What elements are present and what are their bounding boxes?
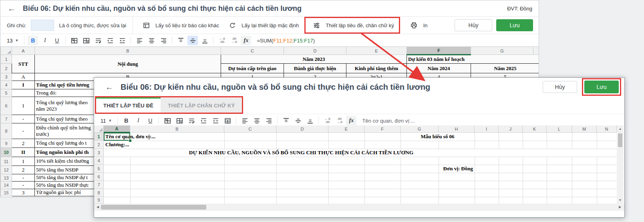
cell-e2[interactable]: Kinh phí tăng thêm	[346, 64, 407, 73]
valign-top-icon[interactable]	[281, 116, 291, 125]
bg-stt-cell[interactable]: -	[12, 182, 35, 189]
bg-row-header-3[interactable]: 3	[1, 73, 12, 81]
fg-column-header-N[interactable]: N	[597, 125, 617, 133]
cell-d2[interactable]: Đánh giá thực hiện	[284, 64, 346, 73]
cell-c2[interactable]: Dự toán cấp trên giao	[221, 64, 284, 73]
valign-middle-icon[interactable]	[293, 116, 303, 125]
bg-stt-cell[interactable]: -	[12, 123, 35, 139]
bold-button[interactable]: B	[121, 116, 131, 125]
split-cells-icon[interactable]	[174, 116, 185, 125]
cell-noi-dung[interactable]: Nội dung	[35, 55, 221, 73]
bg-column-header-C[interactable]: C	[221, 47, 284, 55]
decimal-increase-icon[interactable]: .00→.0	[229, 36, 239, 45]
fg-cell-g1[interactable]: Mẫu biểu số 06	[400, 133, 475, 141]
valign-bottom-icon[interactable]	[305, 116, 315, 125]
fg-column-header-G[interactable]: G	[400, 125, 439, 133]
fg-row-header-6[interactable]: 6	[94, 173, 104, 181]
valign-middle-icon[interactable]	[187, 36, 198, 45]
fg-column-header-K[interactable]: K	[523, 125, 547, 133]
align-right-icon[interactable]	[264, 116, 274, 125]
fg-column-header-E[interactable]: E	[328, 125, 364, 133]
bg-stt-cell[interactable]	[12, 89, 35, 97]
fg-row-header-9[interactable]: 9	[94, 197, 104, 204]
indent-increase-icon[interactable]	[105, 36, 115, 45]
modal-cancel-button[interactable]: Hủy	[543, 81, 577, 93]
back-arrow-icon[interactable]: ←	[8, 4, 16, 13]
scroll-right-icon[interactable]: ▶	[618, 206, 622, 209]
fg-column-header-D[interactable]: D	[276, 125, 328, 133]
fg-column-header-L[interactable]: L	[547, 125, 572, 133]
cell-nam-2023[interactable]: Năm 2023	[221, 55, 407, 64]
tab-thiet-lap-tieu-de[interactable]: THIẾT LẬP TIÊU ĐỀ	[96, 97, 161, 113]
italic-button[interactable]: I	[133, 116, 143, 125]
modal-save-button[interactable]: Lưu	[584, 81, 619, 93]
bg-column-header-D[interactable]: D	[284, 47, 346, 55]
wrap-text-icon[interactable]	[93, 36, 103, 45]
bg-stt-cell[interactable]: 1	[12, 97, 35, 115]
print-button[interactable]: In	[408, 20, 428, 30]
fg-column-header-M[interactable]: M	[572, 125, 597, 133]
modal-formula-bar-value[interactable]: Tên cơ quan, đơn vị:...	[362, 118, 415, 124]
bg-stt-cell[interactable]: 2	[12, 139, 35, 148]
vertical-scrollbar[interactable]: ▲ ▼	[617, 125, 624, 204]
fg-row-header-2[interactable]: 2	[94, 141, 104, 149]
bg-stt-cell[interactable]: -	[12, 115, 35, 123]
font-size-select[interactable]: 13 ▼	[7, 38, 18, 44]
reset-defaults-button[interactable]: Lấy lại thiết lập mặc định	[226, 20, 299, 30]
horizontal-scrollbar[interactable]: ◀ ▶	[94, 204, 624, 211]
bg-cancel-button[interactable]: Hủy	[455, 19, 492, 31]
wrap-text-icon[interactable]	[186, 116, 197, 125]
indent-decrease-icon[interactable]	[117, 36, 127, 45]
cell-f2[interactable]: Năm 2024	[407, 64, 471, 73]
fg-column-header-J[interactable]: J	[499, 125, 523, 133]
merge-cells-icon[interactable]	[162, 116, 173, 125]
merge-cells-icon[interactable]	[69, 36, 79, 45]
fg-cell-title-row3[interactable]: DỰ KIẾN NHU CẦU, NGUỒN VÀ SỐ BỔ SUNG CHI…	[104, 149, 499, 157]
select-all-corner[interactable]	[1, 47, 12, 55]
bg-row-header-10[interactable]: 10	[1, 148, 12, 157]
scroll-up-icon[interactable]: ▲	[617, 127, 624, 131]
fetch-data-button[interactable]: Lấy số liệu từ báo cáo khác	[140, 20, 219, 30]
valign-bottom-icon[interactable]	[199, 36, 210, 45]
selection-fill-handle[interactable]	[129, 139, 132, 142]
fg-cell-a2[interactable]: Chương:...	[105, 141, 129, 149]
bg-row-header-15[interactable]: 15	[1, 189, 12, 196]
fg-row-header-5[interactable]: 5	[94, 165, 104, 173]
bg-row-header-13[interactable]: 13	[1, 174, 12, 182]
bg-row-header-6[interactable]: 6	[1, 97, 12, 115]
scroll-down-icon[interactable]: ▼	[617, 199, 624, 202]
bg-column-header-E[interactable]: E	[346, 47, 407, 55]
bg-column-header-G[interactable]: G	[471, 47, 533, 55]
bg-stt-cell[interactable]: 1	[12, 157, 35, 166]
indent-increase-icon[interactable]	[198, 116, 209, 125]
bg-row-header-2[interactable]: 2	[1, 64, 12, 73]
align-center-icon[interactable]	[146, 36, 157, 45]
bg-row-header-11[interactable]: 11	[1, 157, 12, 166]
modal-font-size-select[interactable]: 11 ▼	[101, 118, 112, 124]
align-center-icon[interactable]	[252, 116, 262, 125]
fg-row-header-7[interactable]: 7	[94, 181, 104, 189]
bg-column-header-A[interactable]: A	[12, 47, 35, 55]
fg-column-header-H[interactable]: H	[439, 125, 475, 133]
underline-button[interactable]: U	[52, 36, 62, 45]
valign-top-icon[interactable]	[175, 36, 186, 45]
bg-row-header-4[interactable]: 4	[1, 81, 12, 89]
cell-g2[interactable]: Năm 2025	[471, 64, 539, 73]
underline-button[interactable]: U	[145, 116, 155, 125]
setup-title-signature-button[interactable]: Thiết lập tiêu đề, chân chữ ký	[304, 17, 400, 34]
tab-thiet-lap-chan-chu-ky[interactable]: THIẾT LẬP CHÂN CHỮ KÝ	[161, 97, 242, 113]
fg-column-header-F[interactable]: F	[364, 125, 400, 133]
table-borders-icon[interactable]	[222, 116, 233, 125]
italic-button[interactable]: I	[40, 36, 50, 45]
formula-bar-value[interactable]: =SUM(F11:F12;F15:F17)	[257, 38, 315, 44]
bg-save-button[interactable]: Lưu	[496, 19, 533, 31]
bg-column-header-F[interactable]: F	[407, 47, 471, 55]
align-left-icon[interactable]	[239, 116, 250, 125]
bg-stt-cell[interactable]: I	[12, 81, 35, 89]
fg-column-header-A[interactable]: A	[104, 125, 130, 133]
decimal-increase-icon[interactable]: .00→.0	[334, 116, 344, 125]
fg-column-header-C[interactable]: C	[224, 125, 276, 133]
horizontal-scroll-thumb[interactable]	[101, 205, 206, 210]
scroll-left-icon[interactable]: ◀	[96, 206, 100, 209]
bg-stt-cell[interactable]: II	[12, 148, 35, 157]
